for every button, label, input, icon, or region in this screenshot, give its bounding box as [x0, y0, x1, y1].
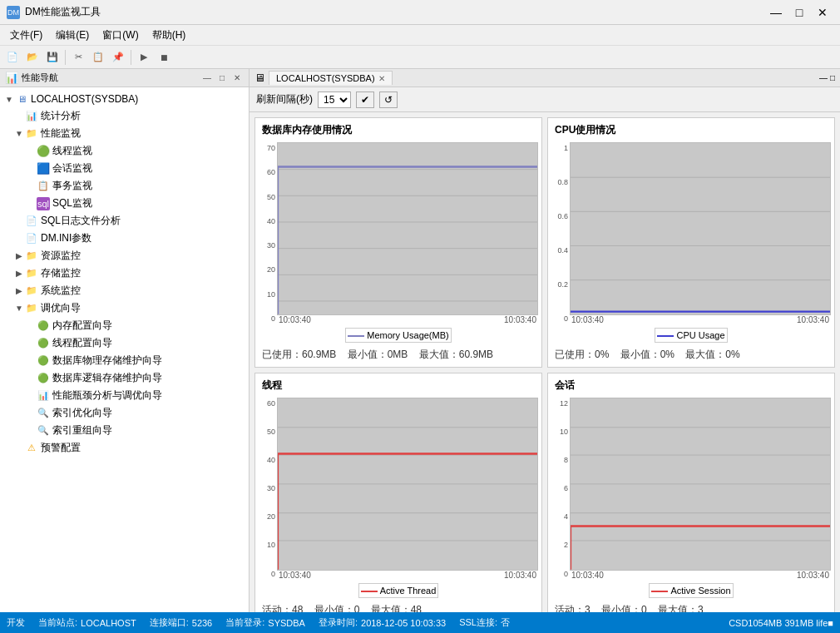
tree-arrow-sqlopt: [25, 408, 37, 419]
tree-icon-sysmon: 📁: [25, 284, 38, 298]
panel-close-icon[interactable]: ✕: [230, 72, 244, 84]
chart-memory-area: [277, 142, 538, 315]
right-panel-controls: — □: [819, 73, 835, 82]
status-ssl-value: 否: [501, 616, 510, 629]
svg-rect-0: [278, 143, 537, 314]
tree-arrow-physwiz: [25, 355, 37, 367]
close-button[interactable]: ✕: [812, 4, 833, 21]
tree-item-sqllog[interactable]: 📄 SQL日志文件分析: [0, 212, 249, 230]
tree-item-root[interactable]: ▼ 🖥 LOCALHOST(SYSDBA): [0, 91, 249, 107]
chart-thread-area: [277, 398, 538, 571]
tab-close-icon[interactable]: ✕: [378, 74, 385, 83]
tree-item-alert[interactable]: ⚠ 预警配置: [0, 439, 249, 457]
chart-cpu-stats: 已使用：0% 最小值：0% 最大值：0%: [551, 346, 831, 363]
chart-memory: 数据库内存使用情况 706050403020100: [254, 117, 542, 368]
panel-maximize-icon[interactable]: □: [215, 72, 229, 84]
tree-label-threadwiz: 线程配置向导: [52, 336, 112, 350]
tree-label-physwiz: 数据库物理存储维护向导: [52, 354, 162, 368]
tree-label-alert: 预警配置: [41, 441, 81, 455]
tree-item-trans[interactable]: 📋 事务监视: [0, 177, 249, 195]
tree-arrow-session: [25, 163, 37, 175]
tree-label-memwiz: 内存配置向导: [52, 319, 112, 333]
right-panel: 🖥 LOCALHOST(SYSDBA) ✕ — □ 刷新间隔(秒) 15 5 1…: [250, 69, 840, 612]
tree-item-resmon[interactable]: ▶ 📁 资源监控: [0, 247, 249, 265]
tree-label-perfwiz: 性能瓶颈分析与调优向导: [52, 388, 162, 403]
right-minimize-icon[interactable]: —: [819, 73, 828, 82]
panel-minimize-icon[interactable]: —: [200, 72, 214, 84]
status-mode-label: 开发: [7, 616, 25, 629]
tree-arrow-sqllog: [13, 215, 25, 227]
chart-session: 会话 121086420: [547, 373, 835, 612]
tree-arrow-dmini: [13, 233, 25, 245]
refresh-select[interactable]: 15 5 10 30 60: [318, 91, 351, 108]
tree-label-logwiz: 数据库逻辑存储维护向导: [52, 371, 162, 385]
right-maximize-icon[interactable]: □: [830, 73, 835, 82]
tree-arrow-sysmon[interactable]: ▶: [13, 285, 25, 297]
tree-label-stats: 统计分析: [41, 109, 81, 123]
tree-item-sql[interactable]: sql SQL监视: [0, 195, 249, 212]
tool-open[interactable]: 📂: [23, 48, 42, 67]
toolbar-sep-1: [65, 50, 66, 65]
panel-tab[interactable]: 性能导航: [22, 72, 58, 84]
tree-arrow-stats: [13, 111, 25, 122]
chart-memory-title: 数据库内存使用情况: [259, 121, 538, 139]
tree-item-perfwiz[interactable]: 📊 性能瓶颈分析与调优向导: [0, 387, 249, 404]
menu-help[interactable]: 帮助(H): [146, 27, 193, 44]
chart-session-ylabels: 121086420: [551, 398, 570, 580]
refresh-apply-button[interactable]: ✔: [356, 91, 374, 108]
tree-item-perf[interactable]: ▼ 📁 性能监视: [0, 125, 249, 142]
tree-item-idxreb[interactable]: 🔍 索引重组向导: [0, 422, 249, 439]
tool-run[interactable]: ▶: [135, 48, 153, 67]
tree-item-sqlopt[interactable]: 🔍 索引优化向导: [0, 404, 249, 422]
menu-window[interactable]: 窗口(W): [96, 27, 145, 44]
tree-item-thread[interactable]: 🟢 线程监视: [0, 142, 249, 160]
status-right-text: CSD1054MB 391MB life■: [729, 618, 833, 628]
chart-thread-title: 线程: [259, 377, 538, 394]
tree-item-logwiz[interactable]: 🟢 数据库逻辑存储维护向导: [0, 369, 249, 387]
menu-file[interactable]: 文件(F): [3, 27, 49, 44]
status-host: 当前站点: LOCALHOST: [38, 616, 136, 629]
tree-arrow-perf[interactable]: ▼: [13, 128, 25, 140]
tree-arrow-stomon[interactable]: ▶: [13, 268, 25, 279]
left-panel: 📊 性能导航 — □ ✕ ▼ 🖥 LOCALHOST(SYSDBA) 📊 统计分…: [0, 69, 250, 612]
tree-arrow-memwiz: [25, 320, 37, 332]
tool-copy[interactable]: 📋: [89, 48, 107, 67]
refresh-reload-button[interactable]: ↺: [379, 91, 398, 108]
tree-arrow-resmon[interactable]: ▶: [13, 250, 25, 262]
tree-icon-dmini: 📄: [25, 232, 38, 245]
tree-icon-session: 🟦: [37, 162, 50, 176]
tool-stop[interactable]: ⏹: [155, 48, 173, 67]
chart-session-title: 会话: [551, 377, 831, 394]
tool-cut[interactable]: ✂: [69, 48, 87, 67]
maximize-button[interactable]: □: [788, 4, 810, 21]
refresh-label: 刷新间隔(秒): [256, 92, 313, 106]
tree-item-tune[interactable]: ▼ 📁 调优向导: [0, 299, 249, 317]
minimize-button[interactable]: —: [765, 4, 787, 21]
tree-icon-sqllog: 📄: [25, 215, 38, 228]
tree-arrow-threadwiz: [25, 338, 37, 349]
tree-item-stats[interactable]: 📊 统计分析: [0, 107, 249, 125]
tool-paste[interactable]: 📌: [109, 48, 127, 67]
right-tab-localhost[interactable]: LOCALHOST(SYSDBA) ✕: [269, 71, 393, 85]
tree-arrow-perfwiz: [25, 390, 37, 402]
tree-item-memwiz[interactable]: 🟢 内存配置向导: [0, 317, 249, 334]
menu-edit[interactable]: 编辑(E): [49, 27, 96, 44]
tree-item-session[interactable]: 🟦 会话监视: [0, 160, 249, 177]
tree-arrow-tune[interactable]: ▼: [13, 303, 25, 314]
tree-icon-sql: sql: [37, 197, 50, 210]
tree-item-sysmon[interactable]: ▶ 📁 系统监控: [0, 282, 249, 299]
panel-controls: — □ ✕: [200, 72, 244, 84]
tree-icon-memwiz: 🟢: [37, 319, 50, 333]
tree-arrow-root[interactable]: ▼: [3, 93, 15, 105]
app-icon: DM: [7, 6, 20, 19]
tree-item-stomon[interactable]: ▶ 📁 存储监控: [0, 265, 249, 282]
app-title: DM性能监视工具: [25, 5, 765, 19]
tool-new[interactable]: 📄: [3, 48, 22, 67]
tree-item-threadwiz[interactable]: 🟢 线程配置向导: [0, 334, 249, 352]
legend-line-session: [651, 591, 668, 592]
tree-item-dmini[interactable]: 📄 DM.INI参数: [0, 230, 249, 247]
chart-thread: 线程 6050403020100: [254, 373, 542, 612]
status-host-value: LOCALHOST: [81, 618, 136, 628]
tool-save[interactable]: 💾: [43, 48, 62, 67]
tree-item-physwiz[interactable]: 🟢 数据库物理存储维护向导: [0, 352, 249, 369]
